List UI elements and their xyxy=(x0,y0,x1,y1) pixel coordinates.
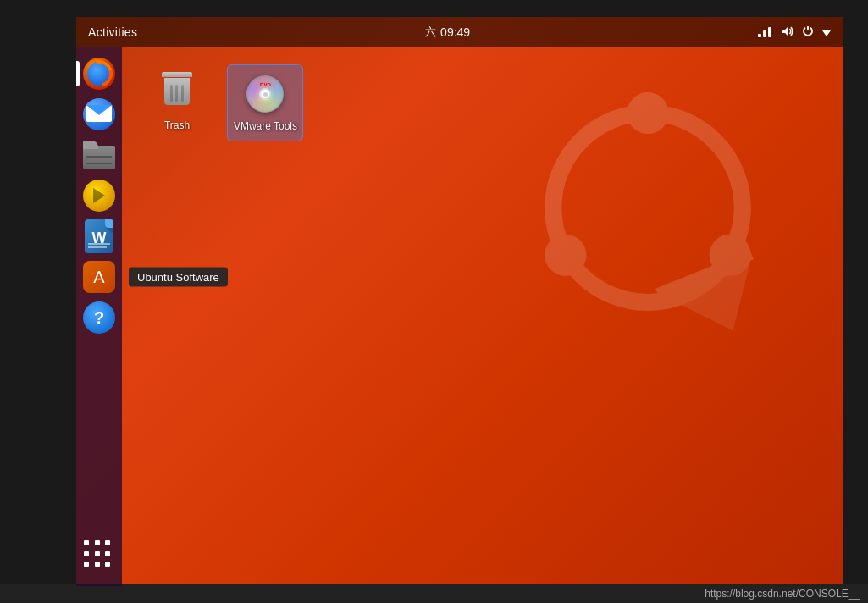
topbar-dropdown-arrow[interactable] xyxy=(822,25,831,39)
activities-button[interactable]: Activities xyxy=(88,25,137,39)
volume-icon[interactable] xyxy=(780,25,793,40)
network-icon[interactable] xyxy=(758,25,771,40)
dock-item-firefox[interactable] xyxy=(81,56,117,91)
svg-rect-7 xyxy=(768,27,771,37)
dock: W A Ubuntu Software ? xyxy=(76,47,122,586)
topbar: Activities 六 09:49 xyxy=(76,17,843,47)
dock-item-thunderbird[interactable] xyxy=(81,97,117,132)
dock-item-help[interactable]: ? xyxy=(81,300,117,335)
topbar-right xyxy=(758,25,831,40)
apps-grid-icon xyxy=(84,540,114,571)
trash-icon[interactable]: Trash xyxy=(139,64,215,140)
dock-item-rhythmbox[interactable] xyxy=(81,178,117,213)
svg-rect-5 xyxy=(758,34,761,37)
topbar-clock: 六 09:49 xyxy=(425,25,470,40)
url-text: https://blog.csdn.net/CONSOLE__ xyxy=(705,588,860,600)
dock-item-files[interactable] xyxy=(81,137,117,173)
vmware-tools-icon-image: DVD xyxy=(243,72,287,116)
svg-marker-9 xyxy=(822,30,831,36)
vmware-tools-icon[interactable]: DVD VMware Tools xyxy=(227,64,303,141)
svg-rect-6 xyxy=(763,30,766,37)
desktop-icons-area: Trash DVD VMware Tools xyxy=(122,47,843,586)
ubuntu-desktop: Activities 六 09:49 xyxy=(76,17,843,586)
svg-marker-8 xyxy=(782,26,788,36)
url-bar: https://blog.csdn.net/CONSOLE__ xyxy=(0,584,868,603)
day-indicator: 六 xyxy=(425,25,436,40)
dock-item-writer[interactable]: W xyxy=(81,219,117,254)
trash-label: Trash xyxy=(164,119,190,133)
trash-icon-image xyxy=(155,71,199,115)
power-icon[interactable] xyxy=(802,25,814,40)
dock-item-software[interactable]: A Ubuntu Software xyxy=(81,259,117,295)
show-applications-button[interactable] xyxy=(81,542,117,578)
clock-time: 09:49 xyxy=(440,25,470,39)
vmware-tools-label: VMware Tools xyxy=(234,120,297,134)
